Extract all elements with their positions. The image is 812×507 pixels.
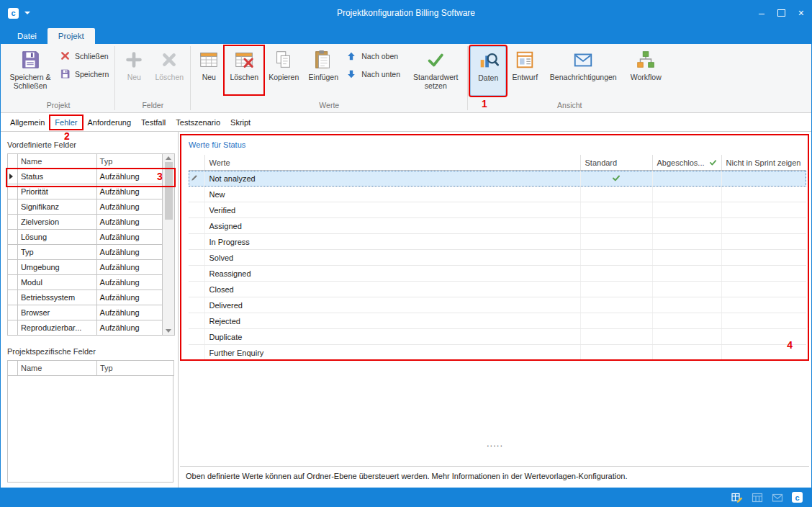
copy-label: Kopieren [269,73,299,81]
row-indicator-header [8,154,18,169]
paste-label: Einfügen [309,73,338,81]
save-button[interactable]: Speichern [56,66,112,82]
statusbar-grid-edit-icon[interactable] [731,492,743,503]
move-down-button[interactable]: Nach unten [343,66,406,82]
column-header-abgeschlossen[interactable]: Abgeschlos... [652,155,721,171]
value-delete-button[interactable]: Löschen [225,46,263,94]
ribbon-group-projekt: Speichern & Schließen Schließen Speicher… [2,44,114,112]
standard-check-icon [612,174,621,182]
value-row[interactable]: Delivered [189,297,806,313]
field-row[interactable]: ModulAufzählung [8,275,163,290]
check-green-icon [425,48,446,71]
statusbar-app-logo-icon[interactable]: c [792,492,803,503]
envelope-icon [572,48,594,71]
value-row-selected[interactable]: Not analyzed [189,171,806,187]
daten-button[interactable]: Daten [470,46,506,96]
daten-label: Daten [478,73,498,82]
row-indicator-header [189,155,204,171]
column-header-typ[interactable]: Typ [96,154,162,169]
move-up-button[interactable]: Nach oben [343,48,406,64]
ribbon-tab-datei[interactable]: Datei [6,28,48,44]
scroll-down-icon[interactable] [166,329,171,333]
values-title: Werte für Status [189,140,245,149]
column-header-standard[interactable]: Standard [580,155,652,171]
ribbon-tab-projekt[interactable]: Projekt [48,28,95,44]
titlebar: c Projektkonfiguration Billing Software … [1,1,811,25]
close-button[interactable]: × [798,8,804,18]
values-table: Werte Standard Abgeschlos... Nicht in Sp… [189,155,806,361]
value-delete-label: Löschen [230,73,258,81]
scrollbar-thumb[interactable] [165,162,173,220]
tab-testfall[interactable]: Testfall [137,116,170,129]
set-default-label: Standardwert setzen [407,73,464,90]
field-row[interactable]: TypAufzählung [8,245,163,260]
copy-button[interactable]: Kopieren [263,46,304,94]
paste-icon [312,48,334,71]
statusbar-envelope-icon[interactable] [772,492,783,503]
benachrichtigungen-button[interactable]: Benachrichtigungen [543,46,623,94]
column-header-name[interactable]: Name [17,154,96,169]
document-tab-bar: Allgemein Fehler Anforderung Testfall Te… [1,113,811,132]
column-header-sprint[interactable]: Nicht in Sprint zeigen [721,155,806,171]
field-row-status[interactable]: Status Aufzählung [8,169,163,184]
group-label-werte: Werte [193,100,465,112]
value-row[interactable]: Further Enquiry [189,345,806,361]
splitter-handle[interactable]: ..... [179,440,811,447]
save-and-close-label: Speichern & Schließen [6,73,55,90]
value-row[interactable]: Rejected [189,313,806,329]
entwurf-button[interactable]: Entwurf [506,46,543,94]
field-row[interactable]: ZielversionAufzählung [8,215,163,230]
value-row[interactable]: Assigned [189,218,806,234]
field-row[interactable]: PrioritätAufzählung [8,184,163,199]
field-row[interactable]: SignifikanzAufzählung [8,199,163,215]
minimize-button[interactable]: – [759,8,764,18]
save-and-close-button[interactable]: Speichern & Schließen [4,46,56,94]
value-row[interactable]: In Progress [189,234,806,250]
project-specific-fields-empty-area[interactable] [7,376,173,483]
column-check-icon [709,158,717,166]
design-window-icon [514,48,536,71]
tab-fehler[interactable]: Fehler [50,116,81,129]
value-row[interactable]: Duplicate [189,329,806,345]
field-row[interactable]: LösungAufzählung [8,230,163,245]
tab-testszenario[interactable]: Testszenario [171,116,225,129]
field-row[interactable]: Reproduzierbar...Aufzählung [8,320,163,336]
close-project-label: Schließen [75,52,109,60]
statusbar: c [1,488,811,507]
fields-scrollbar[interactable] [163,153,175,336]
column-header-werte[interactable]: Werte [204,155,580,171]
statusbar-table-icon[interactable] [752,492,763,503]
predefined-fields-title: Vordefinierte Felder [7,140,178,149]
set-default-button[interactable]: Standardwert setzen [406,46,465,94]
table-delete-icon [233,48,255,71]
value-row[interactable]: Verified [189,202,806,218]
group-label-felder: Felder [117,100,188,112]
value-row[interactable]: Closed [189,282,806,297]
column-header-typ[interactable]: Typ [97,361,174,376]
field-delete-button: Löschen [150,46,188,94]
arrow-up-icon [346,50,358,62]
value-row[interactable]: Reassigned [189,266,806,282]
tab-skript[interactable]: Skript [226,116,255,129]
ribbon: Speichern & Schließen Schließen Speicher… [1,44,811,113]
scroll-up-icon[interactable] [166,156,171,160]
workflow-button[interactable]: Workflow [623,46,669,94]
plus-disabled-icon [123,48,145,71]
field-row[interactable]: BetriebssystemAufzählung [8,290,163,305]
tab-anforderung[interactable]: Anforderung [84,116,136,129]
tab-allgemein[interactable]: Allgemein [6,116,49,129]
value-row[interactable]: New [189,187,806,202]
maximize-button[interactable] [777,8,785,18]
move-down-label: Nach unten [361,70,400,78]
entwurf-label: Entwurf [512,73,538,81]
value-new-button[interactable]: Neu [193,46,225,94]
column-header-name[interactable]: Name [18,361,97,376]
ribbon-group-werte: Neu Löschen Kopieren [191,44,467,112]
field-row[interactable]: BrowserAufzählung [8,305,163,320]
value-row[interactable]: Solved [189,250,806,266]
field-row[interactable]: UmgebungAufzählung [8,260,163,275]
paste-button[interactable]: Einfügen [304,46,343,94]
close-project-button[interactable]: Schließen [56,48,112,64]
table-new-icon [198,48,220,71]
quick-access-chevron-icon[interactable] [24,12,30,14]
